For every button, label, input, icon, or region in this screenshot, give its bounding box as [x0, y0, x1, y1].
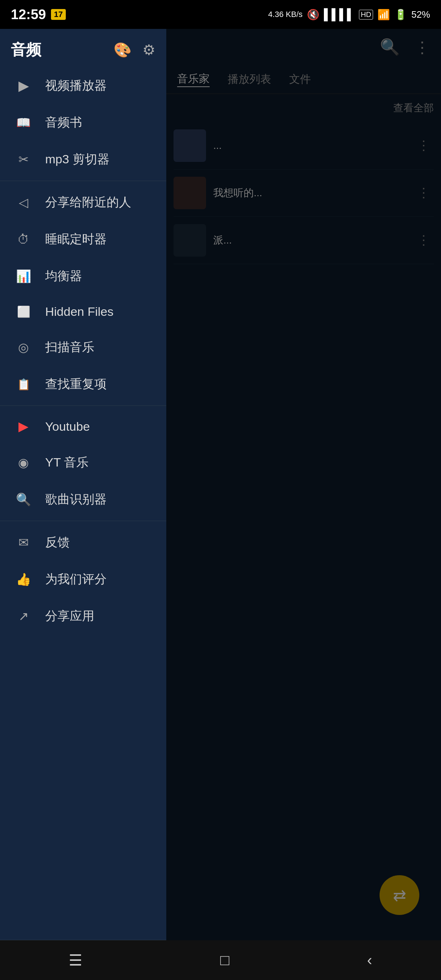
- drawer-header: 音频 🎨 ⚙: [0, 29, 166, 67]
- drawer-label-find-duplicates: 查找重复项: [45, 376, 107, 393]
- share-nearby-icon: ◁: [14, 195, 33, 210]
- drawer-label-share-nearby: 分享给附近的人: [45, 194, 131, 211]
- video-player-icon: ▶: [14, 78, 33, 94]
- drawer-item-scan-music[interactable]: ◎ 扫描音乐: [0, 329, 166, 366]
- back-nav-icon[interactable]: ‹: [367, 951, 372, 969]
- drawer-item-song-recognition[interactable]: 🔍 歌曲识别器: [0, 481, 166, 518]
- drawer-label-mp3-cutter: mp3 剪切器: [45, 151, 110, 168]
- home-nav-icon[interactable]: □: [220, 951, 229, 969]
- feedback-icon: ✉: [14, 535, 33, 550]
- hidden-files-icon: ⬜: [14, 305, 33, 318]
- drawer-item-feedback[interactable]: ✉ 反馈: [0, 524, 166, 561]
- drawer-item-share-nearby[interactable]: ◁ 分享给附近的人: [0, 184, 166, 221]
- hd-badge: HD: [359, 10, 373, 19]
- navigation-drawer: 音频 🎨 ⚙ ▶ 视频播放器 📖 音频书 ✂ mp3 剪切器 ◁ 分享给附近的人…: [0, 29, 166, 980]
- yt-music-icon: ◉: [14, 455, 33, 470]
- divider-1: [0, 181, 166, 181]
- drawer-label-rate-us: 为我们评分: [45, 571, 107, 587]
- drawer-item-hidden-files[interactable]: ⬜ Hidden Files: [0, 294, 166, 329]
- scissors-icon: ✂: [14, 152, 33, 167]
- status-bar: 12:59 17 4.36 KB/s 🔇 ▌▌▌▌ HD 📶 🔋 52%: [0, 0, 441, 29]
- drawer-label-audiobook: 音频书: [45, 114, 82, 131]
- drawer-item-sleep-timer[interactable]: ⏱ 睡眠定时器: [0, 221, 166, 258]
- drawer-label-scan-music: 扫描音乐: [45, 339, 94, 356]
- status-icons: 4.36 KB/s 🔇 ▌▌▌▌ HD 📶 🔋 52%: [268, 8, 430, 21]
- drawer-label-song-recognition: 歌曲识别器: [45, 491, 107, 508]
- find-duplicates-icon: 📋: [14, 378, 33, 391]
- drawer-item-video-player[interactable]: ▶ 视频播放器: [0, 67, 166, 104]
- status-time: 12:59: [11, 7, 46, 22]
- drawer-label-youtube: Youtube: [45, 420, 90, 434]
- drawer-item-youtube[interactable]: ▶ Youtube: [0, 409, 166, 444]
- speed-indicator: 4.36 KB/s: [268, 10, 302, 19]
- share-app-icon: ↗: [14, 609, 33, 623]
- drawer-label-feedback: 反馈: [45, 534, 70, 551]
- navigation-bar: ☰ □ ‹: [0, 940, 441, 980]
- drawer-label-sleep-timer: 睡眠定时器: [45, 231, 107, 248]
- battery-icon: 🔋: [394, 9, 407, 21]
- signal-mute-icon: 🔇: [307, 9, 320, 21]
- drawer-header-icons: 🎨 ⚙: [113, 41, 155, 59]
- rate-us-icon: 👍: [14, 572, 33, 587]
- drawer-label-share-app: 分享应用: [45, 608, 94, 624]
- drawer-item-mp3-cutter[interactable]: ✂ mp3 剪切器: [0, 141, 166, 178]
- drawer-item-share-app[interactable]: ↗ 分享应用: [0, 598, 166, 635]
- drawer-label-equalizer: 均衡器: [45, 268, 82, 285]
- divider-2: [0, 406, 166, 406]
- song-recognition-icon: 🔍: [14, 492, 33, 507]
- signal-bars-icon: ▌▌▌▌: [324, 8, 355, 21]
- drawer-item-audiobook[interactable]: 📖 音频书: [0, 104, 166, 141]
- youtube-icon: ▶: [14, 419, 33, 434]
- drawer-items-list: ▶ 视频播放器 📖 音频书 ✂ mp3 剪切器 ◁ 分享给附近的人 ⏱ 睡眠定时…: [0, 67, 166, 940]
- menu-nav-icon[interactable]: ☰: [68, 951, 83, 969]
- drawer-label-video-player: 视频播放器: [45, 77, 107, 94]
- drawer-label-hidden-files: Hidden Files: [45, 305, 113, 319]
- drawer-item-equalizer[interactable]: 📊 均衡器: [0, 258, 166, 294]
- sleep-timer-icon: ⏱: [14, 232, 33, 247]
- drawer-item-find-duplicates[interactable]: 📋 查找重复项: [0, 366, 166, 402]
- equalizer-icon: 📊: [14, 269, 33, 283]
- drawer-item-rate-us[interactable]: 👍 为我们评分: [0, 561, 166, 598]
- notification-badge: 17: [51, 9, 65, 20]
- settings-icon[interactable]: ⚙: [142, 41, 155, 59]
- drawer-label-yt-music: YT 音乐: [45, 454, 89, 471]
- drawer-item-yt-music[interactable]: ◉ YT 音乐: [0, 444, 166, 481]
- battery-percent: 52%: [411, 9, 430, 20]
- divider-3: [0, 521, 166, 521]
- drawer-title: 音频: [11, 40, 41, 60]
- audiobook-icon: 📖: [14, 116, 33, 129]
- wifi-icon: 📶: [377, 9, 390, 21]
- scan-music-icon: ◎: [14, 340, 33, 355]
- palette-icon[interactable]: 🎨: [113, 41, 132, 59]
